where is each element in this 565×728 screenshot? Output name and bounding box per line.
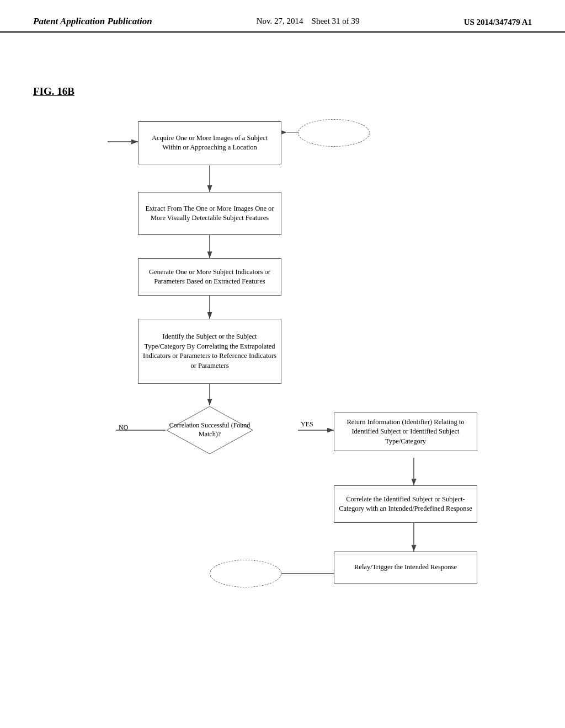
sheet-info: Sheet 31 of 39: [312, 17, 360, 25]
box-relay-trigger: Relay/Trigger the Intended Response: [334, 552, 477, 584]
box-generate-indicators-text: Generate One or More Subject Indicators …: [143, 267, 276, 287]
box-correlate-response-text: Correlate the Identified Subject or Subj…: [339, 495, 472, 514]
box-identify-subject: Identify the Subject or the Subject Type…: [138, 319, 281, 384]
box-acquire-images: Acquire One or More Images of a Subject …: [138, 121, 281, 164]
diamond-correlation: Correlation Successful (Found Match)?: [166, 405, 254, 455]
box-identify-subject-text: Identify the Subject or the Subject Type…: [143, 332, 276, 371]
box-relay-trigger-text: Relay/Trigger the Intended Response: [354, 563, 457, 572]
box-acquire-images-text: Acquire One or More Images of a Subject …: [143, 133, 276, 153]
flowchart: Acquire One or More Images of a Subject …: [28, 110, 535, 695]
oval-top-right: [298, 119, 370, 147]
box-extract-features-text: Extract From The One or More Images One …: [143, 204, 276, 223]
header-center: Nov. 27, 2014 Sheet 31 of 39: [257, 15, 360, 27]
box-correlate-response: Correlate the Identified Subject or Subj…: [334, 485, 477, 523]
box-generate-indicators: Generate One or More Subject Indicators …: [138, 258, 281, 296]
box-return-info: Return Information (Identifier) Relating…: [334, 413, 477, 451]
page: Patent Application Publication Nov. 27, …: [0, 0, 565, 728]
box-return-info-text: Return Information (Identifier) Relating…: [339, 417, 472, 447]
oval-bottom-left: [210, 560, 281, 587]
diamond-label: Correlation Successful (Found Match)?: [166, 421, 254, 438]
arrows-overlay: [28, 110, 535, 695]
page-header: Patent Application Publication Nov. 27, …: [0, 0, 565, 33]
publication-label: Patent Application Publication: [33, 16, 152, 27]
patent-number: US 2014/347479 A1: [464, 18, 532, 27]
yes-label: YES: [301, 420, 313, 429]
figure-title: FIG. 16B: [33, 85, 74, 98]
no-label: NO: [119, 424, 128, 432]
box-extract-features: Extract From The One or More Images One …: [138, 192, 281, 235]
publication-date: Nov. 27, 2014: [257, 17, 303, 25]
diamond-text: Correlation Successful (Found Match)?: [166, 405, 254, 455]
